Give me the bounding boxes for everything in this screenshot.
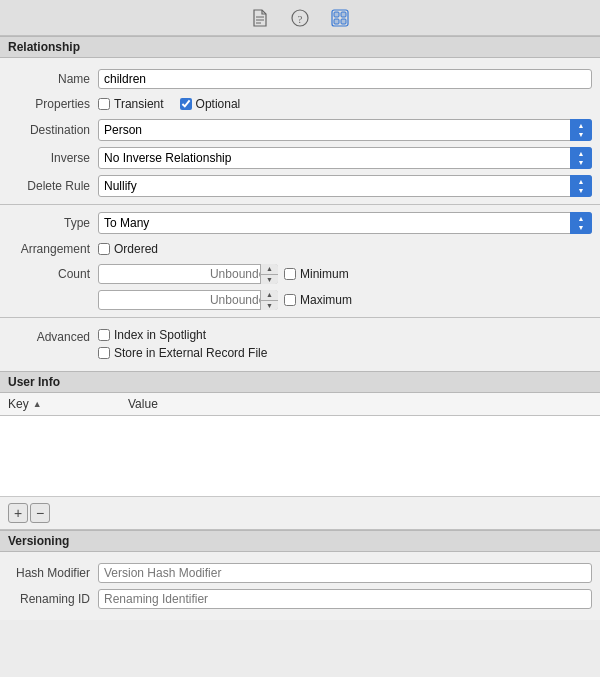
store-external-checkbox-item[interactable]: Store in External Record File <box>98 346 592 360</box>
user-info-title: User Info <box>8 375 60 389</box>
user-info-table-header: Key ▲ Value <box>0 393 600 416</box>
transient-checkbox-item[interactable]: Transient <box>98 97 164 111</box>
add-icon: + <box>14 506 22 520</box>
delete-rule-control: Nullify <box>98 175 592 197</box>
value-column-header: Value <box>128 397 158 411</box>
svg-rect-9 <box>341 19 346 24</box>
hash-modifier-control <box>98 563 592 583</box>
inverse-row: Inverse No Inverse Relationship <box>0 144 600 172</box>
name-control <box>98 69 592 89</box>
min-stepper-up[interactable]: ▲ <box>261 264 278 275</box>
user-info-section-header: User Info <box>0 371 600 393</box>
transient-label: Transient <box>114 97 164 111</box>
store-external-label: Store in External Record File <box>114 346 267 360</box>
arrangement-label: Arrangement <box>8 242 98 256</box>
optional-checkbox-item[interactable]: Optional <box>180 97 241 111</box>
max-stepper-input[interactable] <box>98 290 278 310</box>
max-stepper-down[interactable]: ▼ <box>261 301 278 311</box>
user-info-table-body <box>0 416 600 496</box>
max-stepper-up[interactable]: ▲ <box>261 290 278 301</box>
hash-modifier-row: Hash Modifier <box>0 560 600 586</box>
type-label: Type <box>8 216 98 230</box>
name-label: Name <box>8 72 98 86</box>
action-buttons-area: + − <box>0 496 600 529</box>
count-min-control: ▲ ▼ Minimum <box>98 264 592 284</box>
maximum-label: Maximum <box>300 293 352 307</box>
maximum-checkbox-item[interactable]: Maximum <box>284 293 352 307</box>
arrangement-control: Ordered <box>98 242 592 256</box>
index-spotlight-checkbox-item[interactable]: Index in Spotlight <box>98 328 592 342</box>
name-row: Name <box>0 66 600 92</box>
min-stepper-wrapper: ▲ ▼ <box>98 264 278 284</box>
remove-button[interactable]: − <box>30 503 50 523</box>
relationship-form: Name Properties Transient Optional Desti… <box>0 58 600 371</box>
document-icon[interactable] <box>250 8 270 28</box>
renaming-id-label: Renaming ID <box>8 592 98 606</box>
svg-rect-7 <box>341 12 346 17</box>
help-icon[interactable]: ? <box>290 8 310 28</box>
store-external-checkbox[interactable] <box>98 347 110 359</box>
properties-label: Properties <box>8 97 98 111</box>
renaming-id-row: Renaming ID <box>0 586 600 612</box>
transient-checkbox[interactable] <box>98 98 110 110</box>
count-min-row: Count ▲ ▼ Minimum <box>0 261 600 287</box>
relationship-title: Relationship <box>8 40 80 54</box>
min-stepper-input[interactable] <box>98 264 278 284</box>
key-column-header: Key ▲ <box>8 397 128 411</box>
destination-control: Person <box>98 119 592 141</box>
versioning-title: Versioning <box>8 534 69 548</box>
max-stepper-arrows: ▲ ▼ <box>260 290 278 310</box>
min-stepper-arrows: ▲ ▼ <box>260 264 278 284</box>
sort-icon: ▲ <box>33 399 42 409</box>
index-spotlight-checkbox[interactable] <box>98 329 110 341</box>
count-max-row: ▲ ▼ Maximum <box>0 287 600 313</box>
data-model-icon[interactable] <box>330 8 350 28</box>
renaming-id-control <box>98 589 592 609</box>
type-select[interactable]: To Many <box>98 212 592 234</box>
name-input[interactable] <box>98 69 592 89</box>
versioning-form: Hash Modifier Renaming ID <box>0 552 600 620</box>
inverse-control: No Inverse Relationship <box>98 147 592 169</box>
ordered-checkbox-item[interactable]: Ordered <box>98 242 592 256</box>
max-stepper-wrapper: ▲ ▼ <box>98 290 278 310</box>
renaming-id-input[interactable] <box>98 589 592 609</box>
versioning-section-header: Versioning <box>0 530 600 552</box>
arrangement-row: Arrangement Ordered <box>0 237 600 261</box>
minimum-checkbox[interactable] <box>284 268 296 280</box>
type-control: To Many <box>98 212 592 234</box>
properties-row: Properties Transient Optional <box>0 92 600 116</box>
destination-row: Destination Person <box>0 116 600 144</box>
add-button[interactable]: + <box>8 503 28 523</box>
svg-text:?: ? <box>298 12 303 24</box>
advanced-row: Advanced Index in Spotlight Store in Ext… <box>0 322 600 363</box>
hash-modifier-input[interactable] <box>98 563 592 583</box>
delete-rule-label: Delete Rule <box>8 179 98 193</box>
properties-control: Transient Optional <box>98 97 592 111</box>
inverse-label: Inverse <box>8 151 98 165</box>
destination-label: Destination <box>8 123 98 137</box>
remove-icon: − <box>36 506 44 520</box>
advanced-control: Index in Spotlight Store in External Rec… <box>98 328 592 360</box>
count-label: Count <box>8 267 98 281</box>
advanced-label: Advanced <box>8 328 98 344</box>
minimum-label: Minimum <box>300 267 349 281</box>
relationship-section-header: Relationship <box>0 36 600 58</box>
min-stepper-down[interactable]: ▼ <box>261 275 278 285</box>
ordered-label: Ordered <box>114 242 158 256</box>
maximum-checkbox[interactable] <box>284 294 296 306</box>
index-spotlight-label: Index in Spotlight <box>114 328 206 342</box>
optional-label: Optional <box>196 97 241 111</box>
minimum-checkbox-item[interactable]: Minimum <box>284 267 349 281</box>
destination-select[interactable]: Person <box>98 119 592 141</box>
value-col-label: Value <box>128 397 158 411</box>
svg-rect-8 <box>334 19 339 24</box>
svg-rect-6 <box>334 12 339 17</box>
inverse-select[interactable]: No Inverse Relationship <box>98 147 592 169</box>
delete-rule-row: Delete Rule Nullify <box>0 172 600 200</box>
count-max-control: ▲ ▼ Maximum <box>98 290 592 310</box>
delete-rule-select[interactable]: Nullify <box>98 175 592 197</box>
toolbar: ? <box>0 0 600 36</box>
ordered-checkbox[interactable] <box>98 243 110 255</box>
optional-checkbox[interactable] <box>180 98 192 110</box>
type-row: Type To Many <box>0 209 600 237</box>
